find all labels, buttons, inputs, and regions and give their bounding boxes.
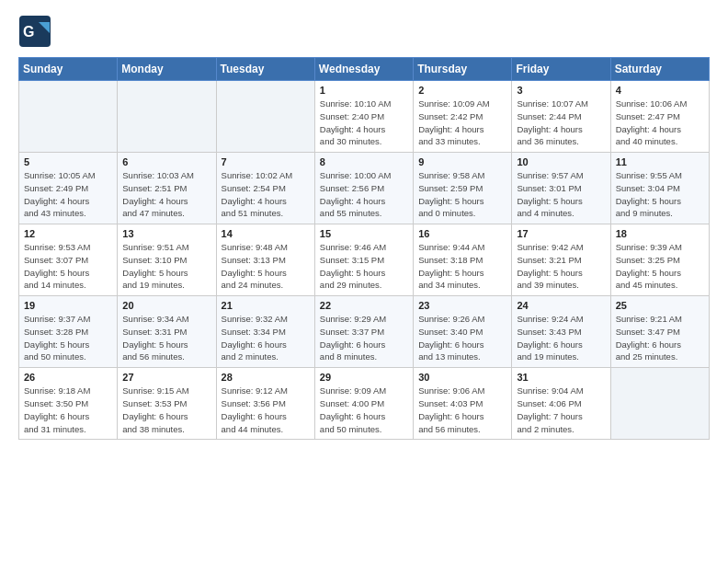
day-number: 14 xyxy=(222,228,310,239)
day-detail: Sunrise: 9:12 AMSunset: 3:56 PMDaylight:… xyxy=(222,385,310,435)
day-detail: Sunrise: 9:51 AMSunset: 3:10 PMDaylight:… xyxy=(122,241,210,292)
day-number: 9 xyxy=(418,156,506,167)
day-detail: Sunrise: 9:34 AMSunset: 3:31 PMDaylight:… xyxy=(122,313,210,363)
weekday-header-thursday: Thursday xyxy=(414,58,512,81)
day-detail: Sunrise: 10:05 AMSunset: 2:49 PMDaylight… xyxy=(24,169,112,220)
day-detail: Sunrise: 9:21 AMSunset: 3:47 PMDaylight:… xyxy=(616,313,704,363)
day-detail: Sunrise: 10:06 AMSunset: 2:47 PMDaylight… xyxy=(616,98,704,148)
page: G SundayMondayTuesdayWednesdayThursdayFr… xyxy=(0,0,728,454)
day-cell: 17Sunrise: 9:42 AMSunset: 3:21 PMDayligh… xyxy=(512,224,610,296)
day-cell: 22Sunrise: 9:29 AMSunset: 3:37 PMDayligh… xyxy=(314,296,413,368)
day-detail: Sunrise: 9:48 AMSunset: 3:13 PMDaylight:… xyxy=(222,241,310,292)
day-cell: 25Sunrise: 9:21 AMSunset: 3:47 PMDayligh… xyxy=(610,296,709,368)
day-number: 22 xyxy=(320,300,408,311)
week-row-3: 12Sunrise: 9:53 AMSunset: 3:07 PMDayligh… xyxy=(19,224,710,296)
week-row-5: 26Sunrise: 9:18 AMSunset: 3:50 PMDayligh… xyxy=(19,368,710,440)
day-cell: 21Sunrise: 9:32 AMSunset: 3:34 PMDayligh… xyxy=(216,296,314,368)
day-number: 21 xyxy=(222,300,310,311)
day-number: 10 xyxy=(517,156,605,167)
day-detail: Sunrise: 10:09 AMSunset: 2:42 PMDaylight… xyxy=(418,98,506,148)
day-number: 19 xyxy=(24,300,112,311)
day-number: 25 xyxy=(616,300,704,311)
day-number: 31 xyxy=(517,372,605,383)
day-number: 29 xyxy=(320,372,408,383)
day-detail: Sunrise: 9:53 AMSunset: 3:07 PMDaylight:… xyxy=(24,241,112,292)
day-cell: 4Sunrise: 10:06 AMSunset: 2:47 PMDayligh… xyxy=(610,81,709,153)
logo-icon: G xyxy=(18,15,51,48)
day-cell: 1Sunrise: 10:10 AMSunset: 2:40 PMDayligh… xyxy=(314,81,413,153)
day-cell: 24Sunrise: 9:24 AMSunset: 3:43 PMDayligh… xyxy=(512,296,610,368)
day-cell: 6Sunrise: 10:03 AMSunset: 2:51 PMDayligh… xyxy=(118,153,216,224)
day-cell xyxy=(216,81,314,153)
day-number: 28 xyxy=(222,372,310,383)
day-number: 20 xyxy=(122,300,210,311)
logo: G xyxy=(18,15,53,48)
day-number: 2 xyxy=(418,85,506,96)
day-cell: 10Sunrise: 9:57 AMSunset: 3:01 PMDayligh… xyxy=(512,153,610,224)
day-cell: 16Sunrise: 9:44 AMSunset: 3:18 PMDayligh… xyxy=(414,224,512,296)
day-detail: Sunrise: 9:18 AMSunset: 3:50 PMDaylight:… xyxy=(24,385,112,435)
header: G xyxy=(18,15,710,48)
day-cell: 2Sunrise: 10:09 AMSunset: 2:42 PMDayligh… xyxy=(414,81,512,153)
day-number: 23 xyxy=(418,300,506,311)
weekday-header-monday: Monday xyxy=(118,58,216,81)
day-detail: Sunrise: 9:32 AMSunset: 3:34 PMDaylight:… xyxy=(222,313,310,363)
day-detail: Sunrise: 9:24 AMSunset: 3:43 PMDaylight:… xyxy=(517,313,605,363)
day-cell: 26Sunrise: 9:18 AMSunset: 3:50 PMDayligh… xyxy=(19,368,118,440)
day-number: 11 xyxy=(616,156,704,167)
day-number: 4 xyxy=(616,85,704,96)
day-detail: Sunrise: 10:07 AMSunset: 2:44 PMDaylight… xyxy=(517,98,605,148)
day-cell: 29Sunrise: 9:09 AMSunset: 4:00 PMDayligh… xyxy=(314,368,413,440)
day-cell: 13Sunrise: 9:51 AMSunset: 3:10 PMDayligh… xyxy=(118,224,216,296)
weekday-header-friday: Friday xyxy=(512,58,610,81)
week-row-1: 1Sunrise: 10:10 AMSunset: 2:40 PMDayligh… xyxy=(19,81,710,153)
day-number: 3 xyxy=(517,85,605,96)
day-detail: Sunrise: 9:39 AMSunset: 3:25 PMDaylight:… xyxy=(616,241,704,292)
day-number: 26 xyxy=(24,372,112,383)
day-detail: Sunrise: 9:04 AMSunset: 4:06 PMDaylight:… xyxy=(517,385,605,435)
day-number: 8 xyxy=(320,156,408,167)
day-detail: Sunrise: 9:55 AMSunset: 3:04 PMDaylight:… xyxy=(616,169,704,220)
day-detail: Sunrise: 9:58 AMSunset: 2:59 PMDaylight:… xyxy=(418,169,506,220)
day-cell: 18Sunrise: 9:39 AMSunset: 3:25 PMDayligh… xyxy=(610,224,709,296)
day-detail: Sunrise: 10:02 AMSunset: 2:54 PMDaylight… xyxy=(222,169,310,220)
day-detail: Sunrise: 9:15 AMSunset: 3:53 PMDaylight:… xyxy=(122,385,210,435)
day-number: 27 xyxy=(122,372,210,383)
day-number: 24 xyxy=(517,300,605,311)
day-cell: 31Sunrise: 9:04 AMSunset: 4:06 PMDayligh… xyxy=(512,368,610,440)
day-number: 15 xyxy=(320,228,408,239)
day-number: 30 xyxy=(418,372,506,383)
day-cell: 5Sunrise: 10:05 AMSunset: 2:49 PMDayligh… xyxy=(19,153,118,224)
day-cell: 3Sunrise: 10:07 AMSunset: 2:44 PMDayligh… xyxy=(512,81,610,153)
day-cell: 11Sunrise: 9:55 AMSunset: 3:04 PMDayligh… xyxy=(610,153,709,224)
day-number: 7 xyxy=(222,156,310,167)
day-detail: Sunrise: 10:00 AMSunset: 2:56 PMDaylight… xyxy=(320,169,408,220)
day-cell xyxy=(118,81,216,153)
day-cell: 9Sunrise: 9:58 AMSunset: 2:59 PMDaylight… xyxy=(414,153,512,224)
day-detail: Sunrise: 9:26 AMSunset: 3:40 PMDaylight:… xyxy=(418,313,506,363)
day-number: 18 xyxy=(616,228,704,239)
day-detail: Sunrise: 9:57 AMSunset: 3:01 PMDaylight:… xyxy=(517,169,605,220)
day-cell: 8Sunrise: 10:00 AMSunset: 2:56 PMDayligh… xyxy=(314,153,413,224)
day-detail: Sunrise: 9:29 AMSunset: 3:37 PMDaylight:… xyxy=(320,313,408,363)
day-detail: Sunrise: 9:42 AMSunset: 3:21 PMDaylight:… xyxy=(517,241,605,292)
day-cell: 27Sunrise: 9:15 AMSunset: 3:53 PMDayligh… xyxy=(118,368,216,440)
calendar-table: SundayMondayTuesdayWednesdayThursdayFrid… xyxy=(18,57,710,440)
day-cell xyxy=(610,368,709,440)
weekday-header-row: SundayMondayTuesdayWednesdayThursdayFrid… xyxy=(19,58,710,81)
day-detail: Sunrise: 10:10 AMSunset: 2:40 PMDaylight… xyxy=(320,98,408,148)
day-cell: 20Sunrise: 9:34 AMSunset: 3:31 PMDayligh… xyxy=(118,296,216,368)
day-cell: 12Sunrise: 9:53 AMSunset: 3:07 PMDayligh… xyxy=(19,224,118,296)
day-number: 6 xyxy=(122,156,210,167)
weekday-header-wednesday: Wednesday xyxy=(314,58,413,81)
week-row-4: 19Sunrise: 9:37 AMSunset: 3:28 PMDayligh… xyxy=(19,296,710,368)
day-number: 17 xyxy=(517,228,605,239)
day-detail: Sunrise: 9:46 AMSunset: 3:15 PMDaylight:… xyxy=(320,241,408,292)
day-cell: 28Sunrise: 9:12 AMSunset: 3:56 PMDayligh… xyxy=(216,368,314,440)
day-cell: 14Sunrise: 9:48 AMSunset: 3:13 PMDayligh… xyxy=(216,224,314,296)
weekday-header-tuesday: Tuesday xyxy=(216,58,314,81)
day-number: 12 xyxy=(24,228,112,239)
svg-text:G: G xyxy=(23,24,34,40)
day-number: 16 xyxy=(418,228,506,239)
day-cell: 19Sunrise: 9:37 AMSunset: 3:28 PMDayligh… xyxy=(19,296,118,368)
